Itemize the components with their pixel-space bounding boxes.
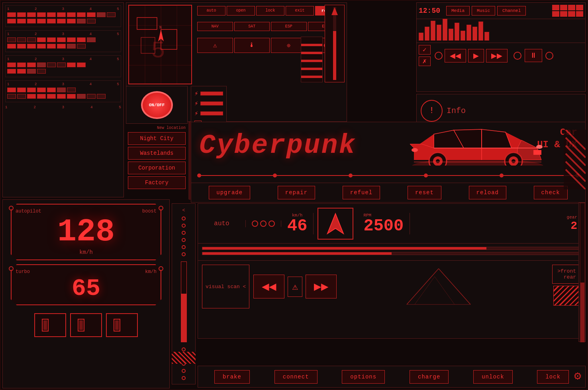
bar-numbers-bottom: 12345 bbox=[5, 105, 121, 109]
channel-grid bbox=[552, 5, 583, 17]
svg-line-43 bbox=[407, 269, 439, 304]
bars-group-3: 12345 bbox=[5, 55, 121, 77]
bar-seg bbox=[7, 12, 16, 17]
nav-btn[interactable]: NAV bbox=[197, 22, 233, 31]
dot-2 bbox=[273, 174, 277, 177]
dot-1 bbox=[197, 174, 201, 177]
warning-icon[interactable]: ⚠ bbox=[197, 38, 233, 53]
ch-cell-1 bbox=[552, 5, 559, 10]
channel-tab[interactable]: Channel bbox=[497, 6, 526, 16]
media-header: 12:50 Media Music Channel bbox=[417, 3, 585, 19]
power-button[interactable]: ON/OFF bbox=[141, 91, 173, 119]
corporation-btn[interactable]: Corporation bbox=[128, 162, 186, 174]
right-side-strip bbox=[578, 203, 586, 342]
corner-circle-tl bbox=[9, 206, 14, 211]
bar-seg bbox=[67, 19, 76, 23]
scan-left-btn[interactable]: ◀◀ bbox=[253, 275, 284, 298]
wastelands-btn[interactable]: Wastelands bbox=[128, 147, 186, 160]
auto-btn[interactable]: auto bbox=[197, 6, 225, 16]
lightning-icon-2: ⚡ bbox=[194, 99, 198, 107]
charge-btn[interactable]: charge bbox=[410, 370, 449, 384]
eq-bar-12 bbox=[484, 32, 489, 41]
action-buttons-row: upgrade repair refuel reset reload check bbox=[191, 183, 586, 203]
settings-gear-icon[interactable]: ⚙ bbox=[574, 369, 581, 383]
boost-label: boost bbox=[142, 209, 157, 214]
svg-rect-37 bbox=[43, 320, 47, 330]
bar-seg bbox=[67, 88, 76, 92]
pause-area: ⏸ bbox=[514, 49, 553, 62]
info-text: Info bbox=[447, 106, 466, 115]
svg-point-34 bbox=[512, 159, 515, 163]
repair-btn[interactable]: repair bbox=[278, 186, 315, 199]
lock-bottom-btn[interactable]: lock bbox=[537, 370, 569, 384]
lock-btn[interactable]: lock bbox=[256, 6, 284, 16]
check-action-btn[interactable]: check bbox=[534, 186, 568, 199]
reset-btn[interactable]: reset bbox=[408, 186, 441, 199]
circle-toggle-2[interactable] bbox=[514, 52, 521, 60]
main-speed-unit: km/h bbox=[16, 249, 157, 255]
fastforward-button[interactable]: ▶▶ bbox=[486, 49, 508, 62]
pause-button[interactable]: ⏸ bbox=[525, 49, 542, 62]
rewind-button[interactable]: ◀◀ bbox=[445, 49, 466, 62]
factory-btn[interactable]: Factory bbox=[128, 176, 186, 189]
refuel-btn[interactable]: refuel bbox=[343, 186, 380, 199]
esp-btn[interactable]: ESP bbox=[271, 22, 307, 31]
x-button[interactable]: ✗ bbox=[419, 57, 431, 66]
toggle-circle[interactable] bbox=[435, 52, 443, 60]
vertical-slider[interactable] bbox=[325, 5, 345, 82]
reload-btn[interactable]: reload bbox=[469, 186, 506, 199]
bar-seg bbox=[17, 19, 26, 23]
open-btn[interactable]: open bbox=[227, 6, 255, 16]
eq-bar-1 bbox=[419, 33, 423, 41]
bar-seg bbox=[37, 12, 46, 17]
bottom-action-bar: brake connect options charge unlock lock… bbox=[198, 366, 586, 388]
bar-seg bbox=[67, 44, 76, 49]
upgrade-btn[interactable]: upgrade bbox=[209, 186, 250, 199]
bar-seg bbox=[67, 94, 76, 99]
temp-icon[interactable]: 🌡 bbox=[234, 38, 270, 53]
bar-seg bbox=[47, 19, 56, 23]
status-row: auto km/h 46 RPM 2500 gear 2 bbox=[198, 204, 585, 244]
gear-label: gear bbox=[567, 215, 577, 220]
connect-btn[interactable]: connect bbox=[274, 370, 318, 384]
progress-bars-panel: 12345 bbox=[2, 2, 124, 197]
options-btn[interactable]: options bbox=[342, 370, 385, 384]
bar-numbers-3: 12345 bbox=[7, 57, 119, 61]
prog-row-2 bbox=[202, 252, 581, 255]
bar-seg bbox=[47, 88, 56, 92]
line-2 bbox=[277, 175, 349, 176]
svg-point-28 bbox=[412, 148, 418, 152]
bar-seg bbox=[47, 94, 56, 99]
bar-seg bbox=[67, 37, 76, 42]
indicator-dot-4 bbox=[182, 238, 186, 242]
play-button[interactable]: ▶ bbox=[468, 49, 484, 62]
sat-btn[interactable]: SAT bbox=[234, 22, 270, 31]
exit-btn[interactable]: exit bbox=[286, 6, 314, 16]
indicator-dot-3 bbox=[182, 231, 186, 235]
scan-right-btn[interactable]: ▶▶ bbox=[306, 275, 337, 298]
bar-seg bbox=[17, 88, 26, 92]
ch-cell-3 bbox=[568, 5, 575, 10]
bar-seg bbox=[7, 62, 16, 67]
check-button[interactable]: ✓ bbox=[419, 45, 431, 55]
bar-numbers-1: 12345 bbox=[7, 7, 119, 11]
music-tab[interactable]: Music bbox=[472, 6, 495, 16]
secondary-speedometer: turbo km/h 65 bbox=[7, 264, 165, 305]
unlock-btn[interactable]: unlock bbox=[473, 370, 512, 384]
line-4 bbox=[428, 175, 500, 176]
media-tab[interactable]: Media bbox=[446, 6, 470, 16]
eq-bar-2 bbox=[425, 27, 429, 41]
ch-cell-2 bbox=[560, 5, 567, 10]
bar-seg bbox=[47, 37, 56, 42]
battery-row-3: ⚡ bbox=[194, 109, 223, 117]
bar-seg bbox=[37, 88, 46, 92]
cyberpunk-title: Cyberpunk bbox=[199, 130, 356, 161]
visual-scan-label: visual scan < bbox=[202, 265, 249, 308]
front-rear-label: >front rear bbox=[552, 265, 581, 284]
kmh-label: km/h bbox=[145, 269, 157, 275]
brake-btn[interactable]: brake bbox=[214, 370, 250, 384]
playback-controls: ✓ ✗ ◀◀ ▶ ▶▶ ⏸ bbox=[417, 43, 585, 68]
night-city-btn[interactable]: Night City bbox=[128, 132, 186, 145]
circle-toggle-3[interactable] bbox=[545, 52, 553, 60]
bar-seg bbox=[77, 37, 86, 42]
